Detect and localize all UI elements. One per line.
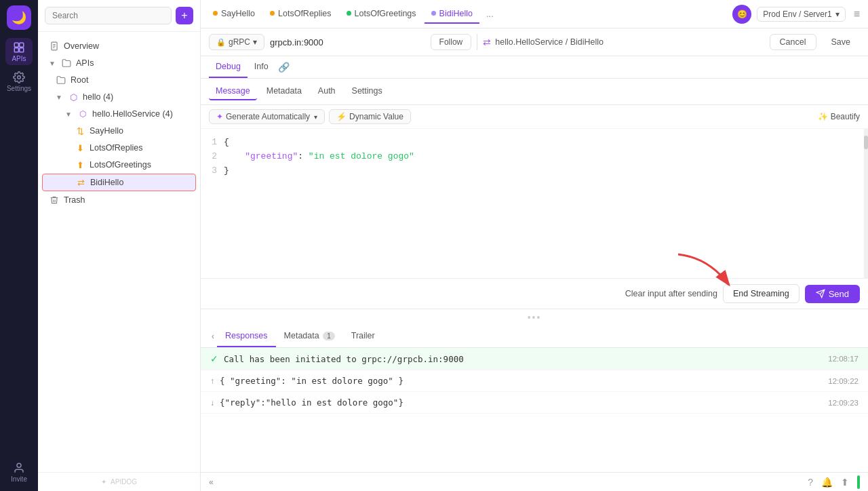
help-icon[interactable]: ? — [808, 477, 813, 488]
clear-after-sending-label[interactable]: Clear input after sending — [625, 289, 717, 298]
nav-item-trash[interactable]: Trash — [42, 192, 196, 208]
dyn-val-label: Dynamic Value — [349, 112, 403, 121]
tab-lots-replies[interactable]: LotsOfReplies — [263, 5, 338, 24]
nav-item-bidi-hello[interactable]: ⇄ BidiHello — [42, 174, 196, 191]
app-sidebar: 🌙 APIs Settings Invite — [0, 0, 38, 491]
trash-label: Trash — [64, 195, 85, 205]
gen-auto-caret-icon: ▾ — [314, 113, 317, 121]
sidebar-icon-invite[interactable]: Invite — [5, 458, 33, 486]
nav-item-lots-greetings[interactable]: ⬆ LotsOfGreetings — [42, 157, 196, 173]
svg-rect-2 — [14, 47, 18, 52]
follow-button[interactable]: Follow — [431, 34, 472, 50]
divider — [477, 34, 477, 50]
editor-scrollbar-thumb — [864, 136, 868, 149]
svg-rect-1 — [20, 43, 24, 47]
bidi-icon: ⇄ — [75, 177, 86, 188]
apidog-label: APIDOG — [111, 478, 137, 486]
nav-item-root[interactable]: Root — [42, 72, 196, 88]
tab-lots-greetings[interactable]: LotsOfGreetings — [340, 5, 423, 24]
online-status-bar — [857, 475, 860, 489]
sidebar-icon-settings[interactable]: Settings — [5, 68, 33, 95]
code-brace-close: } — [224, 164, 229, 178]
editor-toolbar: ✦ Generate Automatically ▾ ⚡ Dynamic Val… — [201, 105, 868, 129]
menu-icon[interactable]: ≡ — [851, 5, 863, 23]
send-label: Send — [829, 289, 849, 299]
settings-label: Settings — [7, 85, 31, 92]
resp-tab-trailer[interactable]: Trailer — [343, 326, 383, 347]
hello-service-label: hello.HelloService (4) — [92, 109, 173, 119]
server-stream-icon: ⬇ — [75, 142, 85, 153]
nav-item-overview[interactable]: Overview — [42, 38, 196, 54]
metadata-tab-label: Metadata — [284, 331, 319, 340]
nav-item-say-hello[interactable]: ⇅ SayHello — [42, 123, 196, 139]
dynamic-icon: ⚡ — [336, 112, 347, 121]
resp-text-2: { "greeting": "in est dolore gogo" } — [220, 376, 823, 386]
nav-item-lots-replies[interactable]: ⬇ LotsOfReplies — [42, 140, 196, 156]
tab-bidi-hello-label: BidiHello — [439, 9, 473, 18]
send-icon — [816, 289, 825, 298]
bidi-hello-label: BidiHello — [90, 178, 123, 187]
nav-panel: + Overview ▼ APIs — [38, 0, 201, 491]
lots-replies-label: LotsOfReplies — [90, 143, 143, 153]
code-editor[interactable]: 1 { 2 "greeting": "in est dolore gogo" 3… — [201, 129, 868, 278]
msg-tab-settings[interactable]: Settings — [345, 83, 389, 100]
tab-bidi-hello[interactable]: BidiHello — [425, 5, 479, 24]
env-caret-icon: ▾ — [835, 9, 840, 19]
code-line-3: 3 } — [206, 164, 863, 178]
nav-item-hello-service[interactable]: ▼ ⬡ hello.HelloService (4) — [42, 106, 196, 122]
tab-dot-lots-greetings — [347, 11, 351, 16]
resp-tab-metadata[interactable]: Metadata 1 — [276, 326, 343, 347]
share-icon[interactable]: ⬆ — [841, 477, 849, 488]
sidebar-icon-apis[interactable]: APIs — [5, 38, 33, 65]
sub-tab-info[interactable]: Info — [248, 56, 275, 78]
cancel-button[interactable]: Cancel — [770, 34, 816, 50]
resp-time-1: 12:08:17 — [828, 355, 859, 363]
generate-auto-button[interactable]: ✦ Generate Automatically ▾ — [209, 109, 325, 124]
tab-lots-replies-label: LotsOfReplies — [278, 9, 332, 18]
beautify-button[interactable]: ✨ Beautify — [818, 112, 860, 121]
env-badge[interactable]: Prod Env / Server1 ▾ — [757, 7, 845, 22]
end-streaming-button[interactable]: End Streaming — [723, 284, 800, 303]
send-button[interactable]: Send — [805, 285, 860, 303]
resp-row-3: ↓ {"reply":"hello in est dolore gogo"} 1… — [201, 392, 868, 414]
user-icon: 😊 — [737, 9, 747, 19]
bell-icon[interactable]: 🔔 — [821, 477, 833, 488]
nav-tree: Overview ▼ APIs Root ▼ ⬡ hello (4 — [38, 32, 200, 472]
add-button[interactable]: + — [176, 7, 193, 24]
resp-text-3: {"reply":"hello in est dolore gogo"} — [220, 397, 823, 408]
line-num-2: 2 — [206, 150, 217, 164]
responses-caret-icon[interactable]: ‹ — [209, 326, 217, 347]
msg-tab-message[interactable]: Message — [209, 83, 257, 100]
save-button[interactable]: Save — [822, 35, 861, 50]
sub-tab-debug[interactable]: Debug — [209, 56, 248, 78]
url-input[interactable] — [270, 37, 425, 47]
grpc-protocol-selector[interactable]: 🔒 gRPC ▾ — [209, 34, 264, 50]
dynamic-value-button[interactable]: ⚡ Dynamic Value — [329, 109, 411, 124]
search-input[interactable] — [45, 7, 172, 24]
method-path: ⇄ hello.HelloService / BidiHello — [483, 37, 604, 47]
caret-icon: ▼ — [49, 60, 57, 67]
msg-tab-metadata[interactable]: Metadata — [260, 83, 309, 100]
tab-dot-say-hello — [213, 11, 218, 16]
nav-item-hello[interactable]: ▼ ⬡ hello (4) — [42, 89, 196, 105]
link-icon[interactable]: 🔗 — [275, 56, 292, 78]
tab-more[interactable]: ... — [481, 5, 499, 23]
top-bar-right: 😊 Prod Env / Server1 ▾ ≡ — [732, 5, 863, 24]
say-hello-label: SayHello — [90, 126, 123, 136]
resize-handle[interactable]: ••• — [201, 309, 868, 326]
resp-tab-responses[interactable]: Responses — [217, 326, 276, 347]
tab-lots-greetings-label: LotsOfGreetings — [355, 9, 416, 18]
up-arrow-icon: ↑ — [210, 376, 214, 386]
user-avatar[interactable]: 😊 — [732, 5, 751, 24]
beautify-label: Beautify — [831, 112, 860, 121]
msg-tab-auth[interactable]: Auth — [311, 83, 342, 100]
editor-scrollbar[interactable] — [864, 129, 868, 278]
app-logo[interactable]: 🌙 — [7, 5, 31, 30]
resp-time-2: 12:09:22 — [828, 377, 859, 385]
top-bar: SayHello LotsOfReplies LotsOfGreetings B… — [201, 0, 868, 28]
nav-item-apis[interactable]: ▼ APIs — [42, 55, 196, 71]
collapse-button[interactable]: « — [209, 477, 214, 487]
resp-time-3: 12:09:23 — [828, 399, 859, 407]
resp-row-1: ✓ Call has been initiated to grpc://grpc… — [201, 348, 868, 370]
tab-say-hello[interactable]: SayHello — [206, 5, 262, 24]
